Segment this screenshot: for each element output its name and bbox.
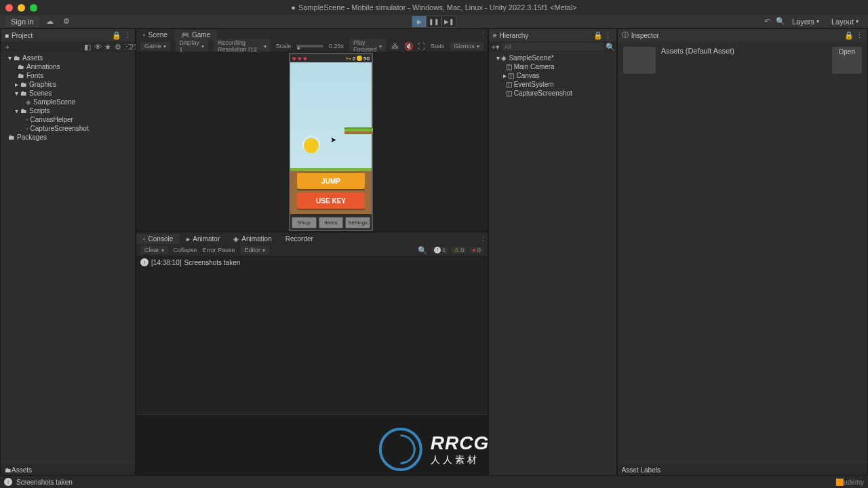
hierarchy-scene[interactable]: ▾ ◈ SampleScene* [489, 54, 616, 62]
hierarchy-search-input[interactable] [502, 43, 604, 51]
prefs-icon[interactable]: ⚙ [114, 43, 122, 52]
shop-button[interactable]: Shop [292, 217, 317, 228]
key-count: 2 [353, 56, 355, 62]
game-mode-dropdown[interactable]: Game [140, 42, 170, 50]
star-icon[interactable]: ★ [104, 43, 112, 52]
main-toolbar: Sign in ☁ ⚙ ▶ ❚❚ ▶❚ ↶ 🔍 Layers Layout [0, 15, 868, 28]
maximize-window-icon[interactable] [30, 4, 37, 12]
panel-menu-icon[interactable]: ⋮ [855, 31, 863, 40]
watermark-circle-icon [379, 428, 422, 471]
watermark-text-big: RRCG [431, 432, 489, 454]
heart-icon: ♥ [303, 55, 307, 62]
log-entry[interactable]: ! [14:38:10] Screenshots taken [138, 257, 486, 268]
gizmos-dropdown[interactable]: Gizmos [450, 42, 484, 50]
folder-fonts[interactable]: 🖿 Fonts [1, 71, 135, 80]
items-button[interactable]: Items [319, 217, 344, 228]
editor-dropdown[interactable]: Editor [241, 246, 270, 254]
error-pause-button[interactable]: Error Pause [203, 247, 235, 253]
file-canvashelper[interactable]: ▫ CanvasHelper [1, 115, 135, 124]
watermark-logo: RRCG 人人素材 [379, 428, 489, 471]
layers-dropdown[interactable]: Layers [788, 17, 823, 26]
tab-recorder[interactable]: Recorder [279, 234, 320, 244]
status-message: Screenshots taken [16, 479, 73, 486]
settings-button[interactable]: Settings [345, 217, 370, 228]
lock-icon[interactable]: 🔒 [593, 31, 601, 40]
tab-animation[interactable]: ◈ Animation [226, 234, 278, 244]
coin-icon [357, 56, 362, 61]
panel-menu-icon[interactable]: ⋮ [123, 31, 131, 40]
panel-menu-icon[interactable]: ⋮ [604, 31, 612, 40]
info-icon: ! [4, 478, 12, 486]
game-hud: ♥ ♥ ♥ 🗝 2 50 [290, 54, 372, 62]
key-icon: 🗝 [346, 56, 351, 62]
scale-label: Scale [276, 43, 292, 49]
folder-animations[interactable]: 🖿 Animations [1, 62, 135, 71]
hierarchy-tab[interactable]: ≡ Hierarchy [493, 32, 529, 39]
lock-icon[interactable]: 🔒 [112, 31, 120, 40]
status-bar: ! Screenshots taken 🟧udemy [0, 476, 868, 488]
asset-labels-header[interactable]: Asset Labels [618, 464, 867, 475]
folder-scenes[interactable]: ▾ 🖿 Scenes [1, 89, 135, 98]
add-icon[interactable]: +▾ [492, 43, 500, 52]
warn-filter[interactable]: ⚠0 [451, 247, 467, 253]
folder-assets[interactable]: ▾ 🖿 Assets [1, 54, 135, 62]
console-toolbar: Clear Collapse Error Pause Editor 🔍 !1 ⚠… [136, 245, 488, 256]
project-footer-path[interactable]: 🖿 Assets [1, 464, 135, 475]
panel-menu-icon[interactable]: ⋮ [479, 30, 488, 39]
lock-icon[interactable]: 🔒 [844, 31, 852, 40]
folder-graphics[interactable]: ▸ 🖿 Graphics [1, 80, 135, 89]
search-icon[interactable]: 🔍 [418, 246, 426, 255]
step-button[interactable]: ▶❚ [441, 16, 456, 28]
hierarchy-camera[interactable]: ◫ Main Camera [489, 62, 616, 71]
tab-animator[interactable]: ▸ Animator [180, 234, 226, 244]
console-body: ! [14:38:10] Screenshots taken [136, 256, 488, 414]
tab-scene[interactable]: ▫ Scene [136, 30, 174, 40]
signin-button[interactable]: Sign in [5, 16, 39, 27]
filter-icon[interactable]: ◧ [83, 43, 92, 52]
window-title: SampleScene - Mobile simulator - Windows… [291, 3, 577, 12]
cursor-icon: ➤ [330, 136, 336, 144]
layout-dropdown[interactable]: Layout [827, 17, 863, 26]
collapse-button[interactable]: Collapse [174, 247, 197, 253]
file-samplescene[interactable]: ◈ SampleScene [1, 98, 135, 106]
coin-count: 50 [363, 56, 370, 62]
hidden-count: ⵘ21 [124, 43, 132, 52]
scale-slider[interactable]: ● [296, 45, 323, 47]
hierarchy-canvas[interactable]: ▸ ◫ Canvas [489, 71, 616, 80]
usekey-button[interactable]: USE KEY [297, 192, 365, 209]
clear-dropdown[interactable]: Clear [140, 246, 168, 254]
hierarchy-eventsystem[interactable]: ◫ EventSystem [489, 80, 616, 89]
error-filter[interactable]: ●0 [469, 247, 483, 253]
log-time: [14:38:10] [151, 259, 181, 266]
file-capturescreenshot[interactable]: ▫ CaptureScreenshot [1, 124, 135, 133]
eye-icon[interactable]: 👁 [94, 43, 102, 51]
folder-icon [623, 47, 656, 74]
stats-button[interactable]: Stats [431, 43, 445, 49]
folder-packages[interactable]: 🖿 Packages [1, 133, 135, 142]
project-tab[interactable]: ■ Project [5, 32, 33, 39]
hierarchy-capture[interactable]: ◫ CaptureScreenshot [489, 89, 616, 98]
search-icon[interactable]: 🔍 [776, 17, 784, 26]
folder-scripts[interactable]: ▾ 🖿 Scripts [1, 106, 135, 115]
add-icon[interactable]: + [3, 43, 12, 51]
project-tree: ▾ 🖿 Assets 🖿 Animations 🖿 Fonts ▸ 🖿 Grap… [1, 52, 135, 143]
open-button[interactable]: Open [832, 47, 862, 74]
undo-history-icon[interactable]: ↶ [764, 17, 772, 26]
window-titlebar: SampleScene - Mobile simulator - Windows… [0, 0, 868, 15]
search-icon[interactable]: 🔍 [606, 43, 614, 52]
pause-button[interactable]: ❚❚ [427, 16, 441, 28]
max-icon[interactable]: ⛶ [418, 42, 425, 50]
close-window-icon[interactable] [5, 4, 13, 12]
settings-icon[interactable]: ⚙ [61, 16, 72, 27]
game-viewport: ♥ ♥ ♥ 🗝 2 50 [136, 52, 488, 231]
minimize-window-icon[interactable] [18, 4, 25, 12]
play-button[interactable]: ▶ [412, 16, 427, 28]
jump-button[interactable]: JUMP [297, 173, 365, 189]
vsync-icon[interactable]: ⁂ [391, 42, 399, 51]
info-filter[interactable]: !1 [431, 247, 448, 253]
mute-icon[interactable]: 🔇 [404, 42, 412, 51]
inspector-tab[interactable]: ⓘ Inspector [622, 30, 659, 40]
cloud-icon[interactable]: ☁ [45, 16, 56, 27]
tab-console[interactable]: ▫ Console [136, 234, 180, 244]
panel-menu-icon[interactable]: ⋮ [479, 235, 488, 243]
